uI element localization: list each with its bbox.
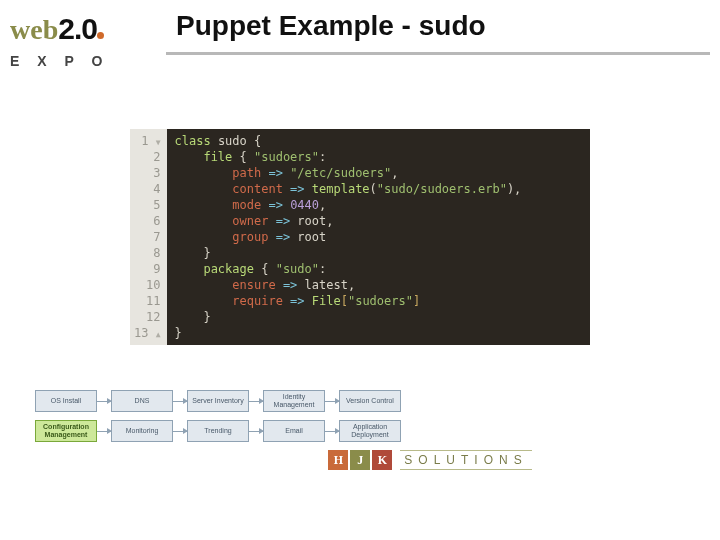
code-token: => — [268, 198, 290, 212]
code-token: , — [326, 214, 333, 228]
code-line: } — [175, 309, 582, 325]
web20-expo-logo: web 2.0 E X P O — [10, 8, 160, 69]
code-token: class — [175, 134, 218, 148]
logo-web-text: web — [10, 14, 58, 46]
code-token: 0440 — [290, 198, 319, 212]
code-token — [175, 230, 233, 244]
slide-header: web 2.0 E X P O Puppet Example - sudo — [0, 0, 720, 69]
code-line: ensure => latest, — [175, 277, 582, 293]
workflow-box: Version Control — [339, 390, 401, 412]
line-number: 5 — [134, 197, 161, 213]
code-token: template — [312, 182, 370, 196]
arrow-right-icon — [325, 401, 339, 402]
code-line: require => File["sudoers"] — [175, 293, 582, 309]
line-number: 11 — [134, 293, 161, 309]
fold-arrow-icon: ▼ — [156, 138, 161, 147]
workflow-box: Configuration Management — [35, 420, 97, 442]
code-token: ), — [507, 182, 521, 196]
slide-title: Puppet Example - sudo — [166, 10, 710, 42]
line-number: 1 ▼ — [134, 133, 161, 149]
code-token: ] — [413, 294, 420, 308]
code-token: { — [240, 150, 254, 164]
workflow-box: Trending — [187, 420, 249, 442]
code-line: owner => root, — [175, 213, 582, 229]
arrow-right-icon — [249, 431, 263, 432]
title-wrap: Puppet Example - sudo — [166, 10, 710, 55]
line-number-gutter: 1 ▼2345678910111213 ▲ — [130, 129, 167, 345]
code-token: => — [276, 230, 298, 244]
code-line: mode => 0440, — [175, 197, 582, 213]
workflow-box: OS Install — [35, 390, 97, 412]
arrow-right-icon — [97, 401, 111, 402]
code-token: ensure — [232, 278, 283, 292]
code-line: group => root — [175, 229, 582, 245]
code-token: "sudo/sudoers.erb" — [377, 182, 507, 196]
code-token — [175, 166, 233, 180]
workflow-box: Monitoring — [111, 420, 173, 442]
line-number: 3 — [134, 165, 161, 181]
workflow-row: OS InstallDNSServer InventoryIdentity Ma… — [35, 390, 720, 412]
code-token — [175, 182, 233, 196]
hjk-j-square: J — [350, 450, 370, 470]
code-line: class sudo { — [175, 133, 582, 149]
workflow-box: Email — [263, 420, 325, 442]
code-line: } — [175, 325, 582, 341]
code-token: root — [297, 214, 326, 228]
code-token: { — [254, 134, 261, 148]
code-block: 1 ▼2345678910111213 ▲ class sudo { file … — [130, 129, 590, 345]
code-line: file { "sudoers": — [175, 149, 582, 165]
hjk-h-square: H — [328, 450, 348, 470]
code-token: : — [319, 262, 326, 276]
code-token: content — [232, 182, 290, 196]
code-line: package { "sudo": — [175, 261, 582, 277]
code-token: "sudoers" — [348, 294, 413, 308]
arrow-right-icon — [97, 431, 111, 432]
line-number: 8 — [134, 245, 161, 261]
code-line: content => template("sudo/sudoers.erb"), — [175, 181, 582, 197]
code-token: "sudo" — [276, 262, 319, 276]
code-token — [175, 198, 233, 212]
code-token: File — [312, 294, 341, 308]
code-token: root — [297, 230, 326, 244]
code-token: sudo — [218, 134, 254, 148]
line-number: 10 — [134, 277, 161, 293]
code-token: "/etc/sudoers" — [290, 166, 391, 180]
code-token — [175, 150, 204, 164]
line-number: 2 — [134, 149, 161, 165]
code-token — [175, 310, 204, 324]
hjk-k-square: K — [372, 450, 392, 470]
line-number: 12 — [134, 309, 161, 325]
line-number: 4 — [134, 181, 161, 197]
arrow-right-icon — [173, 401, 187, 402]
workflow-box: Identity Management — [263, 390, 325, 412]
code-token: => — [276, 214, 298, 228]
code-token: require — [232, 294, 290, 308]
code-token — [175, 214, 233, 228]
code-token: => — [290, 182, 312, 196]
code-token: , — [319, 198, 326, 212]
code-token: => — [290, 294, 312, 308]
arrow-right-icon — [325, 431, 339, 432]
code-token: file — [203, 150, 239, 164]
code-line: path => "/etc/sudoers", — [175, 165, 582, 181]
code-token: "sudoers" — [254, 150, 319, 164]
arrow-right-icon — [249, 401, 263, 402]
code-content: class sudo { file { "sudoers": path => "… — [167, 129, 590, 345]
workflow-box: DNS — [111, 390, 173, 412]
code-token: => — [268, 166, 290, 180]
code-token: owner — [232, 214, 275, 228]
workflow-box: Server Inventory — [187, 390, 249, 412]
code-token — [175, 246, 204, 260]
code-token: } — [203, 246, 210, 260]
line-number: 7 — [134, 229, 161, 245]
code-line: } — [175, 245, 582, 261]
workflow-row: Configuration ManagementMonitoringTrendi… — [35, 420, 720, 442]
code-token: path — [232, 166, 268, 180]
logo-dot-icon — [97, 32, 104, 39]
logo-20-text: 2.0 — [58, 12, 97, 46]
logo-expo-text: E X P O — [10, 53, 160, 69]
code-token: => — [283, 278, 305, 292]
hjk-solutions-logo: H J K SOLUTIONS — [140, 450, 720, 470]
code-token: latest — [305, 278, 348, 292]
line-number: 6 — [134, 213, 161, 229]
